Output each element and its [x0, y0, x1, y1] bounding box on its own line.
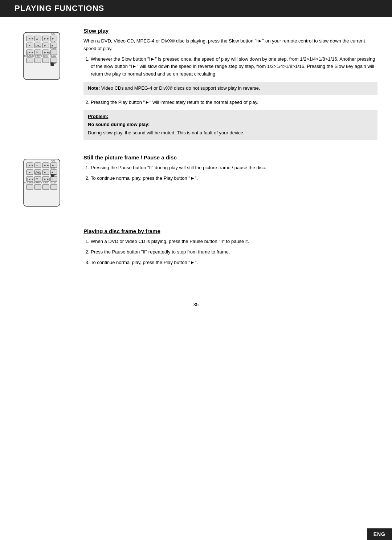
svg-rect-58 [26, 184, 33, 190]
list-item: Press the Pause button "II" repeatedly t… [91, 248, 377, 256]
svg-rect-21 [34, 58, 41, 63]
problem-text: During slow play, the sound will be mute… [88, 130, 245, 135]
svg-text:|◄◄: |◄◄ [27, 51, 34, 54]
svg-text:ZOOM: ZOOM [43, 182, 48, 184]
svg-text:◄: ◄ [28, 171, 31, 174]
problem-box: Problem: No sound during slow play: Duri… [83, 110, 377, 140]
svg-text:■: ■ [52, 44, 53, 47]
svg-rect-59 [34, 184, 41, 190]
note-label: Note: [88, 85, 100, 91]
svg-text:►: ► [44, 171, 46, 174]
list-item: Pressing the Pause button "II" during pl… [91, 164, 377, 172]
svg-text:▼: ▼ [36, 178, 38, 181]
svg-text:SLOW: SLOW [50, 182, 56, 184]
still-picture-title: Still the picture frame / Pause a disc [83, 154, 377, 161]
svg-text:▼: ▼ [36, 51, 38, 54]
svg-text:►►: ►► [44, 164, 49, 167]
still-picture-section: PLAY STOP PAUSE RETURN BOOKMARK ZOOM SLO… [15, 154, 377, 217]
page-title: PLAYING FUNCTIONS [15, 4, 377, 13]
svg-text:RETURN: RETURN [24, 182, 32, 184]
svg-text:■: ■ [52, 171, 53, 174]
svg-text:☛: ☛ [50, 60, 57, 69]
still-picture-text: Still the picture frame / Pause a disc P… [83, 154, 377, 217]
slow-play-note: Note: Video CDs and MPEG-4 or DivX® disc… [83, 82, 377, 95]
svg-rect-22 [42, 58, 49, 63]
frame-by-frame-section: Playing a disc frame by frame When a DVD… [15, 228, 377, 269]
remote-control-image-2: PLAY STOP PAUSE RETURN BOOKMARK ZOOM SLO… [20, 157, 67, 217]
page-header: PLAYING FUNCTIONS [0, 0, 392, 17]
slow-play-list: Whenever the Slow button "I►" is pressed… [91, 56, 377, 78]
list-item: To continue normal play, press the Play … [91, 175, 377, 182]
svg-text:PLAY: PLAY [51, 160, 56, 162]
svg-text:STOP: STOP [50, 40, 56, 42]
svg-text:►►|: ►►| [44, 178, 50, 181]
svg-text:ZOOM: ZOOM [43, 55, 48, 57]
eng-badge: ENG [367, 528, 392, 540]
slow-play-image: PLAY STOP PAUSE RETURN BOOKMARK ZOOM [15, 28, 73, 143]
slow-play-text: Slow play When a DVD, Video CD, MPEG-4 o… [83, 28, 377, 143]
frame-by-frame-title: Playing a disc frame by frame [83, 228, 377, 234]
page-number: 35 [0, 302, 392, 314]
svg-rect-61 [50, 184, 57, 190]
still-picture-image: PLAY STOP PAUSE RETURN BOOKMARK ZOOM SLO… [15, 154, 73, 217]
svg-text:◄: ◄ [28, 44, 31, 47]
svg-text:◄◄: ◄◄ [28, 37, 34, 40]
svg-text:BOOKMARK: BOOKMARK [32, 55, 43, 57]
still-picture-list: Pressing the Pause button "II" during pl… [91, 164, 377, 182]
frame-by-frame-image [15, 228, 73, 269]
svg-text:PLAY: PLAY [51, 33, 56, 35]
svg-text:◄◄: ◄◄ [28, 164, 34, 167]
frame-by-frame-list: When a DVD or Video CD is playing, press… [91, 238, 377, 266]
slow-play-title: Slow play [83, 28, 377, 34]
svg-rect-60 [42, 184, 49, 190]
list-item: When a DVD or Video CD is playing, press… [91, 238, 377, 245]
remote-control-image-1: PLAY STOP PAUSE RETURN BOOKMARK ZOOM [20, 31, 67, 90]
svg-text:►►|: ►►| [44, 51, 50, 54]
svg-text:OK: OK [36, 44, 40, 47]
svg-rect-20 [26, 58, 33, 63]
list-item: Whenever the Slow button "I►" is pressed… [91, 56, 377, 78]
slow-play-section: PLAY STOP PAUSE RETURN BOOKMARK ZOOM [15, 28, 377, 143]
frame-by-frame-text: Playing a disc frame by frame When a DVD… [83, 228, 377, 269]
svg-text:SLOW: SLOW [50, 55, 56, 57]
svg-text:▲: ▲ [36, 37, 38, 40]
slow-play-intro: When a DVD, Video CD, MPEG-4 or DivX® di… [83, 37, 377, 53]
problem-subtitle: No sound during slow play: [88, 121, 373, 129]
svg-text:II: II [52, 51, 53, 54]
svg-text:OK: OK [36, 171, 40, 174]
svg-text:►: ► [52, 164, 54, 167]
svg-text:STOP: STOP [50, 167, 56, 169]
svg-text:RETURN: RETURN [24, 55, 32, 57]
problem-label: Problem: [88, 113, 373, 121]
svg-text:►: ► [52, 37, 54, 40]
note-text: Video CDs and MPEG-4 or DivX® discs do n… [101, 85, 260, 91]
svg-text:II: II [52, 178, 53, 181]
svg-text:BOOKMARK: BOOKMARK [32, 182, 43, 184]
svg-text:|◄◄: |◄◄ [27, 178, 34, 181]
svg-text:►►: ►► [44, 37, 49, 40]
list-item: To continue normal play, press the Play … [91, 259, 377, 267]
svg-text:▲: ▲ [36, 164, 38, 167]
svg-text:►: ► [44, 44, 46, 47]
list-item: Pressing the Play button "►" will immedi… [91, 99, 377, 106]
slow-play-list-2: Pressing the Play button "►" will immedi… [91, 99, 377, 106]
